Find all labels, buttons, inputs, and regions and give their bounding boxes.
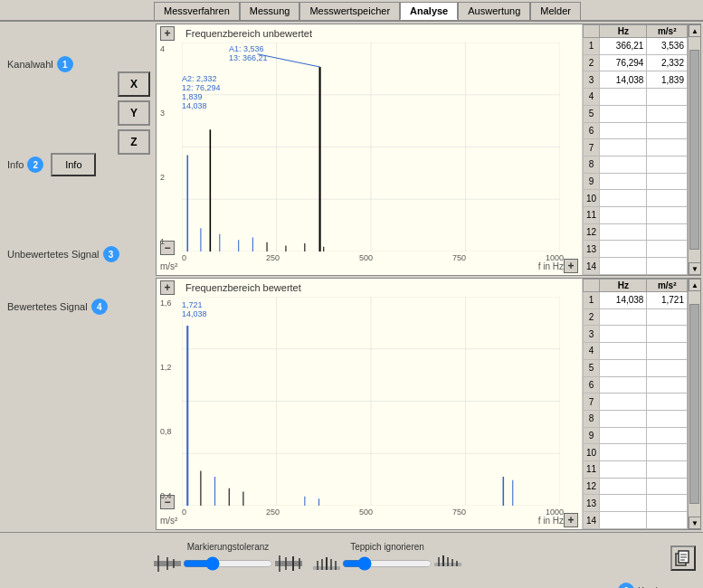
chart2-scroll-down[interactable]: ▼ xyxy=(689,517,701,529)
chart1-scroll-thumb[interactable] xyxy=(689,50,699,250)
chart1-x-unit: f in Hz xyxy=(538,261,564,271)
chart2-section: + − + Frequenzbereich bewertet 1,6 1,2 0… xyxy=(156,278,701,530)
teppich-slider[interactable] xyxy=(342,560,432,567)
table-row: 4 xyxy=(584,89,688,106)
teppich-label: Teppich ignorieren xyxy=(350,542,424,552)
tab-messwertspeicher[interactable]: Messwertspeicher xyxy=(299,2,400,20)
table-row: 11 xyxy=(584,461,688,479)
chart1-col-hz: Hz xyxy=(600,25,647,38)
chart2-col-val: m/s² xyxy=(647,280,688,292)
table-row: 1366,213,536 xyxy=(584,38,688,55)
table-row: 12 xyxy=(584,223,688,241)
table-row: 276,2942,332 xyxy=(584,54,688,71)
chart2-plot: + − + Frequenzbereich bewertet 1,6 1,2 0… xyxy=(157,279,583,529)
markierung-icon-left xyxy=(154,554,181,574)
chart2-y-unit: m/s² xyxy=(160,516,177,526)
chart1-ann1: A1: 3,536 13: 366,21 xyxy=(229,44,268,62)
teppich-section: Teppich ignorieren xyxy=(313,542,461,574)
copy-icon xyxy=(675,550,691,566)
main-area: Kanalwahl 1 X Y Z Info 2 Info Unbewertet… xyxy=(0,22,703,532)
table-row: 13 xyxy=(584,495,688,512)
table-row: 8 xyxy=(584,410,688,427)
badge-3: 3 xyxy=(103,246,119,262)
tab-messverfahren[interactable]: Messverfahren xyxy=(154,2,240,20)
chart2-col-hz: Hz xyxy=(600,280,647,292)
chart2-table: Hz m/s² 114,0381,721234567891011121314 ▲… xyxy=(583,279,700,529)
tab-bar: Messverfahren Messung Messwertspeicher A… xyxy=(0,0,703,22)
chart2-svg xyxy=(182,297,560,506)
chart2-scroll-thumb[interactable] xyxy=(689,304,699,504)
table-row: 7 xyxy=(584,394,688,411)
teppich-icon-right xyxy=(434,554,461,574)
chart1-scroll-up[interactable]: ▲ xyxy=(689,24,701,37)
markierung-label: Markierungstoleranz xyxy=(187,542,270,552)
chart2-zoom-right[interactable]: + xyxy=(564,513,578,527)
table-row: 4 xyxy=(584,343,688,360)
table-row: 5 xyxy=(584,105,688,122)
annotation-text-kanalwahl: Kanalwahl xyxy=(7,59,53,70)
table-row: 3 xyxy=(584,326,688,343)
table-row: 10 xyxy=(584,444,688,461)
table-row: 10 xyxy=(584,190,688,207)
table-row: 8 xyxy=(584,156,688,173)
badge-4: 4 xyxy=(91,299,108,315)
copy-button[interactable] xyxy=(670,545,696,571)
bottom-bar: Markierungstoleranz Teppich ignorieren xyxy=(0,532,703,583)
channel-x-button[interactable]: X xyxy=(118,71,150,97)
table-row: 6 xyxy=(584,376,688,394)
table-row: 12 xyxy=(584,478,688,495)
chart1-ann2: A2: 2,332 12: 76,294 1,839 14,038 xyxy=(182,74,221,110)
table-row: 9 xyxy=(584,173,688,190)
chart1-zoom-in[interactable]: + xyxy=(160,26,175,41)
markierung-icon-right xyxy=(275,554,302,574)
table-row: 11 xyxy=(584,207,688,224)
markierung-slider[interactable] xyxy=(183,560,273,567)
left-panel: Kanalwahl 1 X Y Z Info 2 Info Unbewertet… xyxy=(0,22,154,532)
chart2-col-num xyxy=(584,280,600,292)
table-row: 13 xyxy=(584,241,688,258)
tab-auswertung[interactable]: Auswertung xyxy=(458,2,530,20)
chart1-plot: + − + Frequenzbereich unbewertet 4 3 2 1… xyxy=(157,24,583,275)
badge-1: 1 xyxy=(57,56,73,72)
chart1-table: Hz m/s² 1366,213,536276,2942,332314,0381… xyxy=(583,24,700,275)
table-row: 5 xyxy=(584,359,688,376)
table-row: 2 xyxy=(584,308,688,326)
chart1-zoom-right[interactable]: + xyxy=(564,259,578,273)
badge-6: 6 xyxy=(618,583,634,588)
chart1-section: + − + Frequenzbereich unbewertet 4 3 2 1… xyxy=(156,24,701,276)
chart2-ann1: 1,721 14,038 xyxy=(182,300,207,318)
chart2-title: Frequenzbereich bewertet xyxy=(182,280,305,295)
annotation-text-bewertetes: Bewertetes Signal xyxy=(7,301,88,312)
tab-messung[interactable]: Messung xyxy=(240,2,300,20)
info-button[interactable]: Info xyxy=(51,153,96,176)
table-row: 314,0381,839 xyxy=(584,71,688,89)
right-content: + − + Frequenzbereich unbewertet 4 3 2 1… xyxy=(154,22,703,532)
chart1-svg xyxy=(182,43,560,251)
chart1-scroll-down[interactable]: ▼ xyxy=(689,262,701,275)
chart1-col-num xyxy=(584,25,600,38)
table-row: 114,0381,721 xyxy=(584,292,688,309)
annotation-text-unbewertetes: Unbewertetes Signal xyxy=(7,249,100,260)
channel-y-button[interactable]: Y xyxy=(118,100,150,126)
table-row: 7 xyxy=(584,139,688,156)
markierung-section: Markierungstoleranz xyxy=(154,542,302,574)
table-row: 14 xyxy=(584,512,688,529)
chart1-title: Frequenzbereich unbewertet xyxy=(182,26,316,41)
chart1-col-val: m/s² xyxy=(647,25,688,38)
table-row: 6 xyxy=(584,122,688,139)
teppich-icon-left xyxy=(313,554,340,574)
badge-2: 2 xyxy=(27,156,43,173)
channel-z-button[interactable]: Z xyxy=(118,129,150,155)
chart2-scroll-up[interactable]: ▲ xyxy=(689,279,701,291)
annotation-text-info: Info xyxy=(7,159,24,170)
chart2-x-unit: f in Hz xyxy=(538,516,564,526)
tab-analyse[interactable]: Analyse xyxy=(400,2,458,20)
table-row: 9 xyxy=(584,427,688,444)
chart2-zoom-in[interactable]: + xyxy=(160,280,175,295)
table-row: 14 xyxy=(584,258,688,275)
tab-melder[interactable]: Melder xyxy=(530,2,581,20)
chart1-y-unit: m/s² xyxy=(160,261,177,271)
